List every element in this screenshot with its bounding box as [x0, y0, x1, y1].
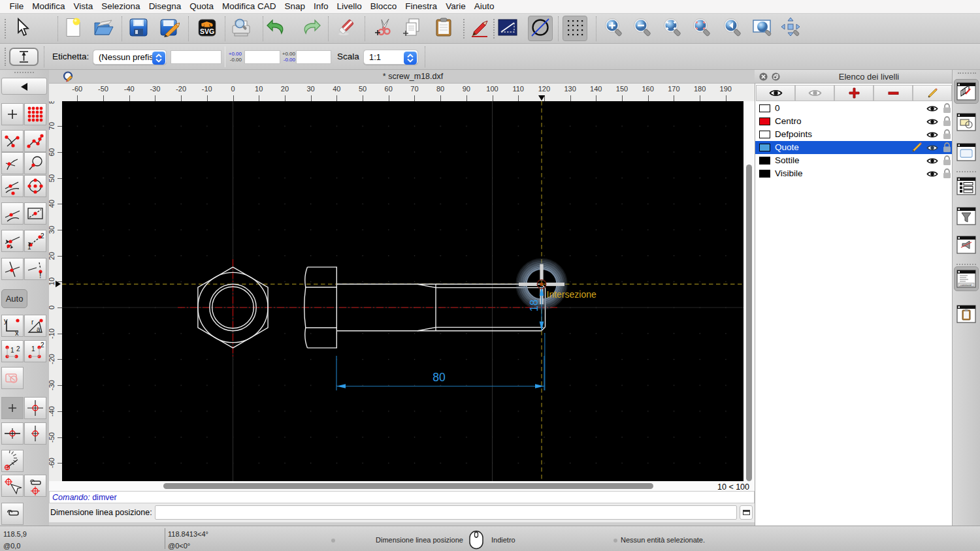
svg-text:80: 80 [433, 371, 446, 384]
svg-text:command: command [960, 284, 972, 287]
svg-text:y: y [4, 317, 8, 324]
svg-text:!: ! [39, 271, 41, 279]
svg-text:18: 18 [528, 300, 540, 311]
svg-text:1: 1 [31, 345, 35, 353]
svg-text:2: 2 [16, 345, 20, 353]
svg-text:Intersezione: Intersezione [547, 289, 596, 300]
svg-text:r: r [31, 319, 34, 326]
svg-text:1: 1 [10, 347, 14, 354]
svg-text:2: 2 [41, 232, 44, 240]
svg-text:x: x [15, 329, 19, 336]
svg-text:2: 2 [41, 341, 44, 349]
svg-text:a: a [37, 326, 41, 333]
svg-text:SVG: SVG [200, 27, 214, 35]
